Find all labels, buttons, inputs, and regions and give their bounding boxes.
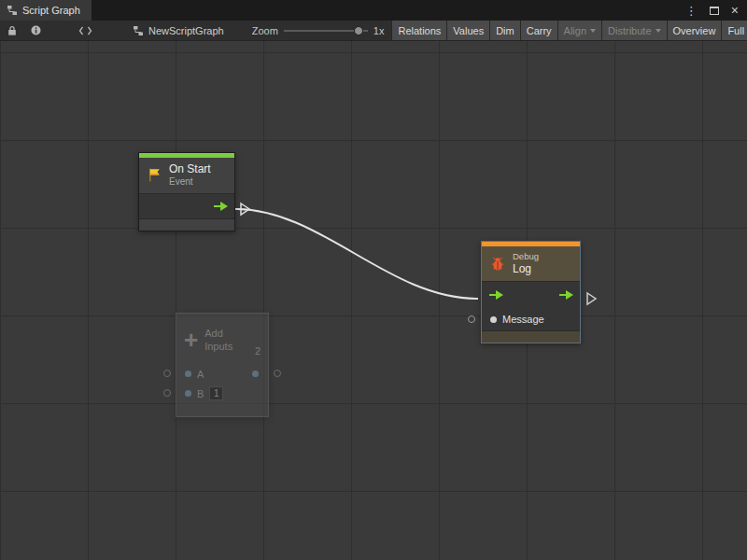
value-output-port-icon[interactable] — [252, 371, 259, 377]
input-count: 2 — [255, 345, 261, 358]
graph-name: NewScriptGraph — [148, 25, 224, 36]
distribute-button: Distribute — [601, 21, 666, 41]
toolbar-buttons: Relations Values Dim Carry Align Distrib… — [391, 21, 747, 41]
flow-connection-wire[interactable] — [235, 209, 478, 299]
values-button[interactable]: Values — [446, 21, 489, 41]
wire-start-arrow-icon — [241, 203, 249, 215]
output-hint-arrow-icon — [587, 293, 596, 304]
node-header[interactable]: On Start Event — [139, 158, 234, 193]
value-input-port-icon[interactable] — [185, 390, 191, 397]
overview-button[interactable]: Overview — [667, 21, 722, 41]
maximize-icon[interactable] — [710, 7, 719, 15]
fullscreen-button[interactable]: Full S — [721, 21, 747, 41]
tab-label: Script Graph — [22, 5, 80, 16]
node-on-start[interactable]: On Start Event — [138, 152, 235, 231]
close-icon[interactable]: × — [731, 4, 739, 17]
window-titlebar: Script Graph ⋮ × — [0, 0, 747, 21]
dim-button[interactable]: Dim — [489, 21, 520, 41]
node-title: On Start — [169, 162, 211, 176]
default-value-field[interactable]: 1 — [209, 386, 223, 400]
bug-icon — [489, 255, 506, 272]
lock-icon[interactable] — [5, 21, 20, 41]
unconnected-port-icon[interactable] — [274, 370, 281, 377]
graph-toolbar: NewScriptGraph Zoom 1x Relations Values … — [0, 21, 747, 41]
zoom-value: 1x — [374, 25, 385, 36]
flow-output-row — [139, 193, 234, 218]
zoom-slider[interactable] — [284, 21, 368, 41]
port-label: B — [197, 388, 204, 399]
carry-button[interactable]: Carry — [520, 21, 557, 41]
node-title: Add Inputs — [204, 327, 246, 354]
node-debug-log[interactable]: Debug Log Message — [481, 241, 581, 343]
port-row-a: A — [176, 364, 268, 384]
zoom-slider-handle[interactable] — [354, 26, 363, 35]
value-input-port-icon[interactable] — [490, 316, 497, 323]
node-header: + Add Inputs 2 — [176, 314, 268, 364]
align-button: Align — [557, 21, 601, 41]
script-graph-icon — [133, 25, 144, 36]
message-input-row: Message — [482, 309, 580, 330]
code-icon[interactable] — [76, 21, 95, 41]
dropdown-arrow-icon — [655, 29, 661, 33]
node-category: Debug — [513, 251, 539, 262]
flow-output-port-icon[interactable] — [213, 202, 228, 211]
graph-reference[interactable]: NewScriptGraph — [133, 25, 224, 36]
tab-script-graph[interactable]: Script Graph — [0, 0, 92, 21]
graph-icon — [7, 5, 18, 16]
titlebar-spacer — [92, 0, 685, 21]
plus-icon: + — [184, 329, 198, 350]
node-footer — [139, 218, 234, 231]
flag-icon — [147, 167, 162, 183]
node-header[interactable]: Debug Log — [482, 246, 580, 281]
flow-io-row — [482, 281, 580, 309]
flow-output-port-icon[interactable] — [558, 290, 573, 300]
unconnected-port-icon[interactable] — [163, 370, 171, 377]
window-menu-icon[interactable]: ⋮ — [685, 5, 698, 17]
value-input-port-icon[interactable] — [185, 371, 191, 377]
graph-canvas[interactable]: On Start Event Debug — [0, 41, 747, 560]
dropdown-arrow-icon — [590, 29, 596, 33]
node-title: Log — [513, 262, 539, 276]
zoom-label: Zoom — [252, 25, 278, 36]
relations-button[interactable]: Relations — [391, 21, 446, 41]
node-add-preview[interactable]: + Add Inputs 2 A B 1 — [176, 313, 269, 417]
unconnected-port-icon[interactable] — [163, 389, 171, 397]
node-subtitle: Event — [169, 176, 211, 189]
node-footer — [482, 330, 580, 343]
port-row-b: B 1 — [176, 384, 268, 403]
port-label: Message — [502, 314, 544, 325]
unconnected-port-icon[interactable] — [468, 315, 475, 323]
port-label: A — [197, 369, 204, 380]
flow-input-port-icon[interactable] — [488, 290, 503, 300]
info-icon[interactable] — [28, 21, 44, 41]
wire-layer — [0, 41, 747, 560]
